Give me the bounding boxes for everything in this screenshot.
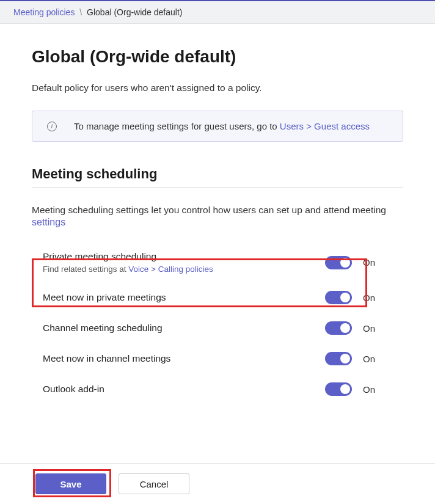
setting-row-channel-meeting-scheduling: Channel meeting scheduling On (32, 313, 403, 343)
toggle-state: On (363, 257, 375, 268)
toggle-private-meeting-scheduling[interactable] (325, 256, 352, 269)
setting-label: Meet now in channel meetings (43, 353, 325, 364)
footer-actions: Save Cancel (0, 463, 435, 504)
setting-row-meet-now-channel: Meet now in channel meetings On (32, 343, 403, 374)
toggle-channel-meeting-scheduling[interactable] (325, 321, 352, 335)
save-button[interactable]: Save (35, 473, 106, 494)
toggle-state: On (363, 293, 375, 303)
info-icon: i (47, 122, 57, 131)
toggle-outlook-addin[interactable] (325, 382, 352, 396)
toggle-meet-now-channel[interactable] (325, 352, 352, 365)
setting-label: Private meeting scheduling (43, 251, 325, 262)
section-description: Meeting scheduling settings let you cont… (32, 205, 386, 215)
settings-list: Private meeting scheduling Find related … (32, 243, 403, 404)
breadcrumb: Meeting policies \ Global (Org-wide defa… (0, 0, 435, 24)
section-title-meeting-scheduling: Meeting scheduling (32, 166, 403, 182)
setting-label: Channel meeting scheduling (43, 323, 325, 334)
info-banner-link-guest-access[interactable]: Users > Guest access (280, 121, 370, 131)
toggle-state: On (363, 354, 375, 364)
setting-row-private-meeting-scheduling: Private meeting scheduling Find related … (32, 243, 403, 282)
info-banner-text: To manage meeting settings for guest use… (74, 121, 280, 131)
breadcrumb-current: Global (Org-wide default) (87, 7, 182, 17)
section-settings-link[interactable]: settings (32, 217, 65, 227)
section-divider (32, 187, 403, 188)
page-description: Default policy for users who aren't assi… (32, 82, 403, 93)
setting-sub-text: Find related settings at (43, 265, 128, 274)
toggle-meet-now-private[interactable] (325, 291, 352, 304)
setting-label: Meet now in private meetings (43, 292, 325, 303)
setting-label: Outlook add-in (43, 384, 325, 395)
breadcrumb-separator: \ (79, 7, 82, 17)
page-title: Global (Org-wide default) (32, 47, 403, 67)
setting-sub-link-calling-policies[interactable]: Voice > Calling policies (128, 265, 213, 274)
cancel-button[interactable]: Cancel (119, 473, 189, 494)
info-banner: i To manage meeting settings for guest u… (32, 111, 403, 142)
toggle-state: On (363, 323, 375, 334)
setting-row-outlook-addin: Outlook add-in On (32, 374, 403, 404)
breadcrumb-link-meeting-policies[interactable]: Meeting policies (13, 7, 75, 17)
toggle-state: On (363, 384, 375, 395)
setting-row-meet-now-private: Meet now in private meetings On (32, 282, 403, 313)
